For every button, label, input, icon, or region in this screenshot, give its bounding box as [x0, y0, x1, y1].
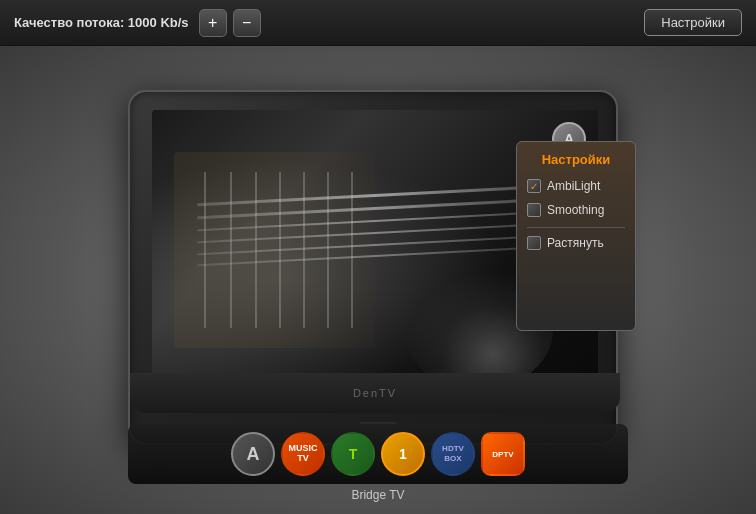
settings-panel-title: Настройки [527, 152, 625, 167]
smoothing-row: Smoothing [527, 203, 625, 217]
channel-yellow[interactable]: 1 [381, 432, 425, 476]
settings-button[interactable]: Настройки [644, 9, 742, 36]
stretch-label: Растянуть [547, 236, 604, 250]
ambilight-checkbox[interactable] [527, 179, 541, 193]
channel-orange[interactable]: MUSICTV [281, 432, 325, 476]
channel-name-label: Bridge TV [351, 488, 404, 502]
tv-brand-label: DenTV [353, 387, 397, 399]
increase-quality-button[interactable]: + [199, 9, 227, 37]
main-area: A DenTV Настройки AmbiLight Smoothing [0, 46, 756, 514]
top-bar: Качество потока: 1000 Kb/s + − Настройки [0, 0, 756, 46]
stretch-checkbox[interactable] [527, 236, 541, 250]
ambilight-label: AmbiLight [547, 179, 600, 193]
stretch-row: Растянуть [527, 236, 625, 250]
channel-dptv[interactable]: DPTV [481, 432, 525, 476]
ambilight-row: AmbiLight [527, 179, 625, 193]
channel-green[interactable]: T [331, 432, 375, 476]
channel-bridge-tv[interactable]: A [231, 432, 275, 476]
smoothing-checkbox[interactable] [527, 203, 541, 217]
channel-blue[interactable]: HDTVBOX [431, 432, 475, 476]
smoothing-label: Smoothing [547, 203, 604, 217]
tv-bottom-bar: DenTV [130, 373, 620, 413]
decrease-quality-button[interactable]: − [233, 9, 261, 37]
settings-panel: Настройки AmbiLight Smoothing Растянуть [516, 141, 636, 331]
stream-quality-label: Качество потока: 1000 Kb/s [14, 15, 189, 30]
channel-strip: A MUSICTV T 1 HDTVBOX DPTV [128, 424, 628, 484]
settings-divider [527, 227, 625, 228]
